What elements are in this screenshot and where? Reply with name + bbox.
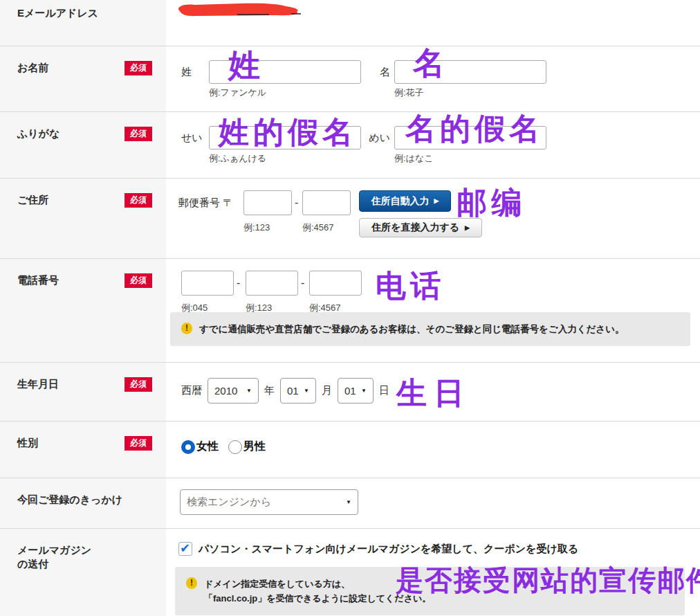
required-badge: 必須	[125, 436, 152, 451]
gender-label-cell: 性別 必須	[0, 422, 166, 478]
postal-hint-1: 例:123	[243, 221, 270, 234]
mailmag-note-line2: 「fancl.co.jp」を受信できるように設定してください。	[204, 593, 431, 604]
trigger-fields-cell: 検索エンジンから ▼	[166, 478, 700, 528]
row-gender: 性別 必須 女性 男性	[0, 421, 700, 478]
chevron-down-icon: ▼	[346, 499, 351, 505]
redaction-scribble	[175, 1, 303, 18]
mailmag-fields-cell: ✔ パソコン・スマートフォン向けメールマガジンを希望して、クーポンを受け取る !…	[166, 529, 700, 616]
furigana-fields-cell: せい 例:ふぁんける めい 例:はなこ	[166, 112, 700, 178]
era-label: 西暦	[181, 384, 202, 397]
year-value: 2010	[214, 385, 237, 397]
gender-fields-cell: 女性 男性	[166, 422, 700, 478]
redacted-text-remnant	[237, 14, 269, 15]
female-radio-selected[interactable]	[181, 440, 195, 454]
email-value-cell	[166, 0, 700, 46]
female-radio-group[interactable]: 女性	[181, 440, 219, 454]
required-badge: 必須	[125, 273, 152, 288]
mailmag-label: メールマガジン の送付	[17, 543, 91, 571]
first-kana-field-label: めい	[367, 126, 394, 165]
first-kana-group: めい 例:はなこ	[367, 126, 546, 165]
postal-code-label: 郵便番号 〒	[178, 197, 233, 210]
birthdate-label: 生年月日	[17, 377, 59, 391]
male-label: 男性	[243, 440, 266, 454]
row-address: ご住所 必須 郵便番号 〒 - 例:123 例:4567 住所自動入力 ▶ 住所…	[0, 178, 700, 258]
checkmark-icon: ✔	[180, 541, 190, 556]
row-furigana: ふりがな 必須 せい 例:ふぁんける めい 例:はなこ	[0, 111, 700, 178]
birthdate-fields-cell: 西暦 2010 ▼ 年 01 ▼ 月 01 ▼ 日	[166, 363, 700, 421]
row-birthdate: 生年月日 必須 西暦 2010 ▼ 年 01 ▼ 月 01 ▼	[0, 362, 700, 421]
month-unit: 月	[322, 384, 332, 397]
address-manual-button[interactable]: 住所を直接入力する ▶	[359, 218, 482, 237]
first-kana-hint: 例:はなこ	[394, 152, 546, 165]
row-mail-magazine: メールマガジン の送付 ✔ パソコン・スマートフォン向けメールマガジンを希望して…	[0, 528, 700, 616]
first-name-group: 名 例:花子	[367, 60, 546, 99]
address-label-cell: ご住所 必須	[0, 179, 166, 258]
name-fields-cell: 姓 例:ファンケル 名 例:花子	[166, 46, 700, 111]
email-label-cell: Eメールアドレス	[0, 0, 166, 46]
last-kana-group: せい 例:ふぁんける	[181, 126, 361, 165]
mailmag-label-line1: メールマガジン	[17, 544, 91, 556]
row-email: Eメールアドレス	[0, 0, 700, 46]
postal-hint-2: 例:4567	[302, 221, 334, 234]
chevron-down-icon: ▼	[361, 388, 367, 394]
last-name-field-label: 姓	[181, 60, 209, 99]
registration-form: Eメールアドレス お名前 必須 姓 例:ファンケル	[0, 0, 700, 616]
mailmag-label-line2: の送付	[17, 558, 48, 570]
name-label-cell: お名前 必須	[0, 46, 166, 111]
trigger-label: 今回ご登録のきっかけ	[17, 493, 122, 507]
trigger-select[interactable]: 検索エンジンから ▼	[180, 489, 358, 515]
birthdate-label-cell: 生年月日 必須	[0, 363, 166, 421]
postal-code-input-2[interactable]	[302, 190, 351, 215]
phone-dash: -	[237, 277, 240, 289]
month-value: 01	[287, 385, 299, 397]
phone-dash: -	[301, 277, 304, 289]
phone-label: 電話番号	[17, 273, 59, 287]
redacted-text-remnant	[291, 13, 301, 15]
arrow-right-icon: ▶	[465, 225, 470, 231]
female-label: 女性	[196, 440, 219, 454]
warning-icon: !	[181, 323, 192, 334]
male-radio-unselected[interactable]	[228, 440, 242, 454]
last-name-input[interactable]	[209, 60, 361, 84]
required-badge: 必須	[125, 377, 152, 392]
newsletter-checkbox[interactable]: ✔	[178, 542, 192, 556]
address-fields-cell: 郵便番号 〒 - 例:123 例:4567 住所自動入力 ▶ 住所を直接入力する…	[166, 179, 700, 258]
last-name-group: 姓 例:ファンケル	[181, 60, 361, 99]
day-value: 01	[344, 385, 356, 397]
phone-input-2[interactable]	[246, 271, 298, 296]
mailmag-note-line1: ドメイン指定受信をしている方は、	[204, 579, 350, 589]
phone-fields-cell: - - 例:045 例:123 例:4567 ! すでに通信販売や直営店舗でご登…	[166, 259, 700, 362]
required-badge: 必須	[125, 193, 152, 208]
last-kana-input[interactable]	[209, 126, 361, 150]
address-autofill-button[interactable]: 住所自動入力 ▶	[359, 190, 451, 212]
mailmag-note-text: ドメイン指定受信をしている方は、 「fancl.co.jp」を受信できるように設…	[204, 577, 431, 606]
postal-code-input-1[interactable]	[243, 190, 292, 215]
first-kana-input[interactable]	[394, 126, 546, 150]
newsletter-checkbox-label: パソコン・スマートフォン向けメールマガジンを希望して、クーポンを受け取る	[199, 543, 578, 556]
first-name-input[interactable]	[394, 60, 546, 84]
address-label: ご住所	[17, 193, 48, 207]
month-select[interactable]: 01 ▼	[280, 378, 316, 404]
phone-note-box: ! すでに通信販売や直営店舗でご登録のあるお客様は、そのご登録と同じ電話番号をご…	[170, 312, 690, 346]
day-select[interactable]: 01 ▼	[338, 378, 374, 404]
required-badge: 必須	[125, 127, 152, 141]
furigana-label-cell: ふりがな 必須	[0, 112, 166, 178]
name-label: お名前	[17, 61, 48, 75]
trigger-selected-value: 検索エンジンから	[187, 496, 271, 509]
phone-note-text: すでに通信販売や直営店舗でご登録のあるお客様は、そのご登録と同じ電話番号をご入力…	[199, 322, 624, 336]
last-name-hint: 例:ファンケル	[209, 87, 361, 99]
last-kana-hint: 例:ふぁんける	[209, 152, 361, 165]
email-label: Eメールアドレス	[17, 6, 98, 20]
trigger-label-cell: 今回ご登録のきっかけ	[0, 478, 166, 528]
phone-input-1[interactable]	[181, 271, 234, 296]
row-phone: 電話番号 必須 - - 例:045 例:123 例:4567 ! すでに通信販売…	[0, 258, 700, 362]
year-select[interactable]: 2010 ▼	[208, 378, 259, 404]
row-registration-trigger: 今回ご登録のきっかけ 検索エンジンから ▼	[0, 478, 700, 528]
arrow-right-icon: ▶	[434, 198, 439, 204]
required-badge: 必須	[125, 61, 152, 75]
warning-icon: !	[186, 577, 197, 589]
first-name-hint: 例:花子	[394, 87, 546, 99]
phone-label-cell: 電話番号 必須	[0, 259, 166, 362]
phone-input-3[interactable]	[309, 271, 362, 296]
male-radio-group[interactable]: 男性	[228, 440, 266, 454]
